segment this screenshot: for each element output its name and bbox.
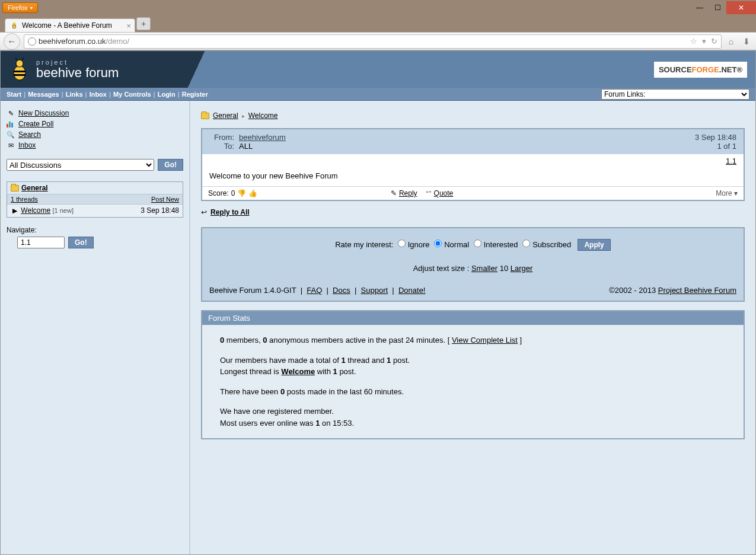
textsize-label: Adjust text size :	[413, 264, 470, 273]
globe-icon	[28, 37, 36, 46]
reply-all-link[interactable]: Reply to All	[210, 208, 250, 216]
breadcrumb: General ▸ Welcome	[201, 111, 745, 120]
new-tab-button[interactable]: +	[136, 17, 151, 30]
docs-link[interactable]: Docs	[333, 286, 350, 295]
nav-start[interactable]: Start	[7, 91, 21, 98]
more-dropdown[interactable]: More ▾	[716, 189, 738, 197]
browser-navbar: ← beehiveforum.co.uk/demo/ ☆ ▾ ↻ ⌂ ⬇	[0, 32, 756, 50]
score-label: Score:	[208, 189, 229, 197]
post-body: Welcome to your new Beehive Forum	[202, 168, 744, 186]
thread-welcome-link[interactable]: Welcome	[21, 206, 50, 215]
version-text: Beehive Forum 1.4.0-GIT	[209, 286, 296, 295]
nav-messages[interactable]: Messages	[28, 91, 59, 98]
main-menu: Start| Messages| Links| Inbox| My Contro…	[1, 88, 755, 101]
svg-rect-4	[14, 74, 25, 76]
home-icon[interactable]: ⌂	[725, 37, 737, 46]
post-new-link[interactable]: Post New	[151, 196, 179, 203]
new-discussion-link[interactable]: New Discussion	[18, 109, 69, 117]
pencil-icon: ✎	[7, 109, 15, 117]
tab-title: Welcome - A Beehive Forum	[22, 21, 112, 30]
post-anchor-link[interactable]: 1.1	[726, 157, 736, 165]
thread-new-label: [1 new]	[52, 207, 73, 214]
discussion-filter-select[interactable]: All Discussions	[7, 159, 154, 171]
create-poll-link[interactable]: Create Poll	[18, 120, 53, 128]
sourceforge-badge[interactable]: SOURCEFORGE.NET®	[654, 62, 747, 78]
reply-all-icon: ↩	[201, 208, 207, 216]
view-list-link[interactable]: View Complete List	[452, 336, 518, 345]
reload-icon[interactable]: ↻	[711, 37, 717, 46]
post-count: 1 of 1	[717, 142, 736, 151]
thumbs-up-icon[interactable]: 👍	[248, 189, 257, 197]
thread-date: 3 Sep 18:48	[141, 206, 179, 215]
reply-link[interactable]: Reply	[399, 189, 417, 197]
folder-icon	[201, 113, 209, 119]
forum-header: project beehive forum SOURCEFORGE.NET®	[1, 51, 755, 88]
maximize-button[interactable]: ☐	[709, 1, 726, 14]
breadcrumb-general[interactable]: General	[213, 111, 238, 120]
rate-label: Rate my interest:	[335, 240, 393, 249]
thread-icon: ▶	[11, 207, 19, 215]
faq-link[interactable]: FAQ	[307, 286, 322, 295]
score-value: 0	[231, 189, 235, 197]
minimize-button[interactable]: —	[691, 1, 709, 14]
quote-icon: ❝❞	[426, 190, 432, 196]
reply-icon: ✎	[391, 189, 397, 197]
support-link[interactable]: Support	[361, 286, 388, 295]
back-button[interactable]: ←	[4, 33, 20, 50]
interest-panel: Rate my interest: Ignore Normal Interest…	[201, 227, 745, 302]
browser-toolbar: Firefox — ☐ ✕	[0, 0, 756, 15]
nav-mycontrols[interactable]: My Controls	[113, 91, 151, 98]
copyright-text: ©2002 - 2013	[609, 286, 656, 295]
apply-button[interactable]: Apply	[578, 239, 610, 251]
svg-line-7	[22, 58, 24, 60]
main-content: General ▸ Welcome From: beehiveforum 3 S…	[190, 101, 755, 554]
post: From: beehiveforum 3 Sep 18:48 To: ALL 1…	[201, 128, 745, 201]
bookmark-icon[interactable]: ☆	[690, 37, 697, 46]
tab-favicon	[10, 21, 18, 30]
tab-close-icon[interactable]: ×	[126, 21, 131, 30]
smaller-link[interactable]: Smaller	[471, 264, 497, 273]
url-bar[interactable]: beehiveforum.co.uk/demo/ ☆ ▾ ↻	[24, 34, 722, 49]
nav-register[interactable]: Register	[182, 91, 208, 98]
navigate-input[interactable]	[17, 237, 65, 248]
nav-login[interactable]: Login	[158, 91, 176, 98]
browser-tab[interactable]: Welcome - A Beehive Forum ×	[5, 18, 135, 32]
svg-point-5	[16, 60, 23, 67]
thumbs-down-icon[interactable]: 👎	[237, 189, 246, 197]
rate-ignore-radio[interactable]	[398, 240, 406, 247]
inbox-link[interactable]: Inbox	[18, 141, 36, 149]
stats-panel: Forum Stats 0 members, 0 anonymous membe…	[201, 310, 745, 439]
search-link[interactable]: Search	[18, 130, 41, 139]
from-user-link[interactable]: beehiveforum	[239, 133, 286, 142]
stats-title: Forum Stats	[202, 311, 744, 325]
dropdown-icon[interactable]: ▾	[702, 37, 706, 46]
from-label: From:	[209, 133, 239, 142]
rate-normal-radio[interactable]	[434, 240, 442, 247]
nav-links[interactable]: Links	[66, 91, 83, 98]
breadcrumb-welcome[interactable]: Welcome	[248, 111, 278, 120]
discussion-go-button[interactable]: Go!	[158, 159, 183, 171]
search-icon: 🔍	[7, 130, 15, 139]
larger-link[interactable]: Larger	[511, 264, 533, 273]
longest-thread-link[interactable]: Welcome	[281, 367, 315, 376]
post-date: 3 Sep 18:48	[695, 133, 736, 142]
poll-icon	[7, 120, 15, 128]
svg-rect-3	[14, 71, 25, 72]
firefox-menu-button[interactable]: Firefox	[2, 2, 38, 13]
threads-count-link[interactable]: 1 threads	[11, 196, 38, 203]
svg-rect-9	[9, 122, 11, 127]
copyright-link[interactable]: Project Beehive Forum	[658, 286, 736, 295]
donate-link[interactable]: Donate!	[398, 286, 426, 295]
rate-interested-radio[interactable]	[474, 240, 481, 247]
chevron-down-icon: ▾	[734, 189, 738, 197]
nav-inbox[interactable]: Inbox	[90, 91, 107, 98]
folder-general-link[interactable]: General	[21, 184, 48, 192]
rate-subscribed-radio[interactable]	[522, 240, 530, 247]
quote-link[interactable]: Quote	[434, 189, 454, 197]
close-button[interactable]: ✕	[726, 1, 756, 14]
download-icon[interactable]: ⬇	[741, 37, 752, 46]
envelope-icon: ✉	[7, 141, 15, 149]
navigate-go-button[interactable]: Go!	[68, 237, 94, 248]
tab-bar: Welcome - A Beehive Forum × +	[0, 15, 756, 32]
forum-links-select[interactable]: Forum Links:	[601, 89, 749, 100]
